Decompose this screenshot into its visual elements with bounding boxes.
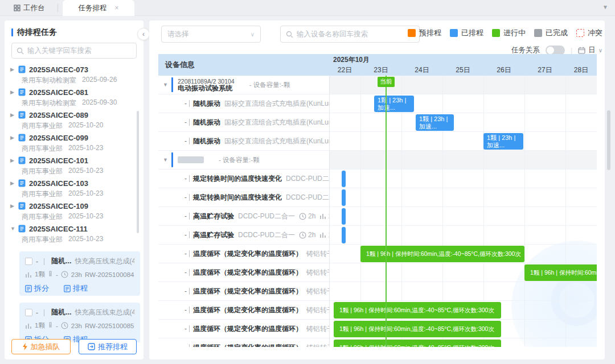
collapse-sidebar-button[interactable]: ‹ <box>137 28 150 40</box>
clock-icon <box>299 231 306 239</box>
task-dept: 乘用车制动检测室 <box>22 98 76 108</box>
caret-down-icon[interactable]: ▼ <box>10 226 15 231</box>
schedule-bar[interactable] <box>342 189 346 206</box>
close-icon[interactable]: × <box>114 4 118 12</box>
caret-right-icon[interactable]: ▶ <box>10 203 15 209</box>
task-code: 2025SAICEC-109 <box>29 202 88 210</box>
subtask-code: RW-2025100085 <box>85 322 134 329</box>
schedule-bar[interactable] <box>342 227 346 243</box>
sidebar-scrollbar[interactable] <box>137 111 139 233</box>
task-date: 2025-10-23 <box>68 189 103 199</box>
subtask-card[interactable]: -随机...快充高压线束总成(45...1颗-23hRW-2025100085拆… <box>19 303 140 342</box>
day-header: 25日 <box>442 65 483 76</box>
month-label: 2025年10月 <box>333 55 370 65</box>
equipment-capacity: - 设备容量:-颗 <box>219 156 260 164</box>
subtask-name: 随机... <box>51 257 71 266</box>
schedule-bar[interactable]: 1颗 | 23h |加速... <box>416 114 454 131</box>
task-tree-item[interactable]: ▼2025SAICEC-111商用车事业部2025-10-23 <box>5 223 144 246</box>
task-tree-item[interactable]: ▶2025SAICEC-081乘用车制动检测室2025-09-30 <box>5 86 144 109</box>
test-device: 铸铝转子异 <box>306 287 329 296</box>
schedule-bar[interactable] <box>342 208 346 225</box>
caret-down-icon[interactable]: ▼ <box>163 82 168 88</box>
bar-label: 加速... <box>487 142 520 149</box>
recommend-schedule-button[interactable]: 推荐排程 <box>79 339 137 354</box>
legend-item: 已排程 <box>450 28 483 38</box>
task-date: 2025-10-20 <box>68 121 103 131</box>
subtask-card[interactable]: -随机...快充高压线束总成(45...1颗-23hRW-2025100084拆… <box>19 251 140 296</box>
subtask-checkbox[interactable] <box>25 309 32 316</box>
legend-label: 预排程 <box>419 28 441 38</box>
divider <box>189 119 190 126</box>
subtask-duration: 23h <box>71 271 82 278</box>
tab-workbench[interactable]: 工作台 <box>14 0 45 16</box>
device-search-input[interactable]: 输入设备名称回车搜索 <box>280 26 420 43</box>
caret-right-icon[interactable]: ▶ <box>10 89 15 95</box>
test-name: 温度循环（规定变化率的温度循环） <box>193 305 302 315</box>
schedule-bar[interactable] <box>342 171 346 187</box>
caret-right-icon[interactable]: ▶ <box>10 112 15 118</box>
task-row: -高温贮存试验DCDC-PUD二合一2h1- <box>158 226 597 245</box>
task-tree-item[interactable]: ▶2025SAICEC-089商用车事业部2025-10-20 <box>5 109 144 132</box>
gantt-chart: 设备信息 2025年10月 22日23日24日25日26日27日28日 ▼220… <box>158 54 597 347</box>
pending-tasks-panel: 待排程任务 ‹ 输入关键字回车搜索 ▶2025SAICEC-073乘用车制动检测… <box>5 20 144 359</box>
task-dept: 商用车事业部 <box>22 235 63 245</box>
task-dept: 商用车事业部 <box>22 121 63 131</box>
lightning-icon <box>22 343 28 350</box>
subtask-name: 随机... <box>51 308 71 317</box>
task-code: 2025SAICEC-081 <box>29 88 88 97</box>
legend-label: 冲突 <box>588 28 602 38</box>
schedule-bar[interactable]: 1颗 | 96h | 保持时间:60min,温度:-40~85°C,循环次数:3… <box>524 264 597 281</box>
subtask-sample: - <box>56 271 58 278</box>
caret-right-icon[interactable]: ▶ <box>10 180 15 186</box>
day-header: 24日 <box>401 65 442 76</box>
schedule-bar[interactable]: 1颗 | 96h | 保持时间:60min,温度:-40~85°C,循环次数:3… <box>334 302 501 318</box>
vertical-scrollbar[interactable] <box>607 110 610 170</box>
meta-value: 2h <box>308 231 315 239</box>
caret-right-icon[interactable]: ▶ <box>10 67 15 72</box>
split-link[interactable]: 拆分 <box>25 283 49 293</box>
task-tree-item[interactable]: ▶2025SAICEC-099商用车事业部2025-10-23 <box>5 132 144 155</box>
schedule-bar[interactable]: 1颗 | 96h | 保持时间:60min,温度:-40~85°C,循环次数:3… <box>334 340 501 347</box>
test-name: 温度循环（规定变化率的温度循环） <box>193 287 302 296</box>
filter-select[interactable]: 请选择 ∨ <box>161 26 261 43</box>
subtask-checkbox[interactable] <box>25 258 32 265</box>
tube-icon <box>48 322 53 329</box>
test-device: 铸铝转子异 <box>306 305 329 315</box>
clock-icon <box>61 322 68 329</box>
task-date: 2025-10-23 <box>68 167 103 176</box>
task-tree-item[interactable]: ▶2025SAICEC-101商用车事业部2025-10-23 <box>5 155 144 177</box>
tab-task-scheduling-label: 任务排程 <box>78 3 106 13</box>
test-name: 随机振动 <box>193 99 220 109</box>
test-name: 高温贮存试验 <box>193 212 234 221</box>
caret-down-icon[interactable]: ▼ <box>163 157 168 163</box>
schedule-bar[interactable]: 1颗 | 96h | 保持时间:60min,温度:-40~85°C,循环次数:3… <box>334 321 501 337</box>
urgent-insert-button[interactable]: 加急插队 <box>11 339 71 354</box>
subtask-duration: 23h <box>71 322 82 329</box>
meta-value: 2h <box>308 212 315 220</box>
divider <box>189 138 190 144</box>
accent-bar <box>171 77 173 92</box>
recommend-icon <box>88 343 95 350</box>
caret-right-icon[interactable]: ▶ <box>10 158 15 163</box>
test-device: DCDC-PUD二合一 <box>238 230 295 240</box>
schedule-bar[interactable]: 1颗 | 23h |加速... <box>483 133 523 150</box>
test-device: 铸铝转子异 <box>306 343 329 348</box>
keyword-search-input[interactable]: 输入关键字回车搜索 <box>11 43 137 59</box>
pending-task-list: ▶2025SAICEC-073乘用车制动检测室2025-09-26▶2025SA… <box>5 64 144 342</box>
task-row: 1颗 | 96h | 保持时间:60min,温度:-40~85°C,循环次数:3… <box>158 338 597 347</box>
grid-icon <box>14 5 20 11</box>
task-row: 1颗 | 23h |加速...-随机振动国标交直流组合式充电插座(KunLun … <box>158 132 597 151</box>
task-tree-item[interactable]: ▶2025SAICEC-073乘用车制动检测室2025-09-26 <box>5 64 144 86</box>
task-code: 2025SAICEC-101 <box>29 156 88 165</box>
doc-icon <box>18 65 26 73</box>
tab-task-scheduling[interactable]: 任务排程 × <box>63 0 134 16</box>
test-name: 温度循环（规定变化率的温度循环） <box>193 268 302 278</box>
gantt-body: ▼220811089A/2 30104电动振动试验系统- 设备容量:-颗1颗 |… <box>158 76 597 347</box>
schedule-bar[interactable]: 1颗 | 23h |加速... <box>374 96 414 112</box>
task-tree-item[interactable]: ▶2025SAICEC-103商用车事业部2025-10-23 <box>5 177 144 200</box>
task-tree-item[interactable]: ▶2025SAICEC-109商用车事业部2025-10-23 <box>5 200 144 223</box>
schedule-link[interactable]: 排程 <box>64 283 88 293</box>
caret-right-icon[interactable]: ▶ <box>10 135 15 140</box>
bar-label: 1颗 | 23h | <box>487 134 520 142</box>
tabbar-caret-icon[interactable]: ▼ <box>602 4 608 10</box>
